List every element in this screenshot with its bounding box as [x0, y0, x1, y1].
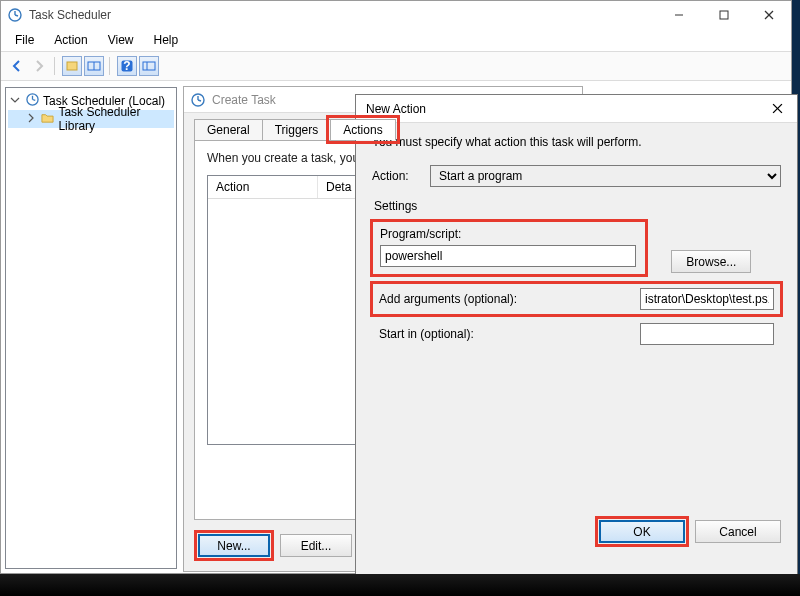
tree-library-label: Task Scheduler Library: [58, 105, 174, 133]
action-label: Action:: [372, 169, 430, 183]
svg-rect-12: [143, 62, 155, 70]
menu-help[interactable]: Help: [146, 31, 187, 49]
menubar: File Action View Help: [1, 29, 791, 52]
forward-button[interactable]: [29, 56, 49, 76]
cancel-button[interactable]: Cancel: [695, 520, 781, 543]
tab-actions[interactable]: Actions: [330, 119, 395, 140]
clock-icon: [26, 93, 39, 109]
browse-button[interactable]: Browse...: [671, 250, 751, 273]
settings-group: Settings Program/script: Browse... Add a…: [374, 197, 779, 355]
ok-button[interactable]: OK: [599, 520, 685, 543]
dialog-title: New Action: [356, 102, 757, 116]
startin-label: Start in (optional):: [379, 327, 474, 341]
arguments-label: Add arguments (optional):: [379, 292, 517, 306]
menu-file[interactable]: File: [7, 31, 42, 49]
close-button[interactable]: [757, 95, 797, 123]
dialog-body: You must specify what action this task w…: [356, 123, 797, 553]
dialog-button-row: New... Edit...: [198, 534, 352, 557]
toolbar-btn-2[interactable]: [84, 56, 104, 76]
action-combo[interactable]: Start a program: [430, 165, 781, 187]
back-button[interactable]: [7, 56, 27, 76]
toolbar-btn-4[interactable]: [139, 56, 159, 76]
menu-action[interactable]: Action: [46, 31, 95, 49]
new-button[interactable]: New...: [198, 534, 270, 557]
svg-rect-4: [720, 11, 728, 19]
separator: [109, 57, 112, 75]
clock-icon: [7, 7, 23, 23]
window-title: Task Scheduler: [29, 8, 656, 22]
instruction-text: You must specify what action this task w…: [372, 135, 781, 149]
tab-triggers[interactable]: Triggers: [262, 119, 332, 140]
titlebar: Task Scheduler: [1, 1, 791, 29]
toolbar: ?: [1, 52, 791, 81]
expand-icon[interactable]: [26, 112, 37, 126]
maximize-button[interactable]: [701, 1, 746, 29]
program-input[interactable]: [380, 245, 636, 267]
col-action[interactable]: Action: [208, 176, 318, 198]
svg-text:?: ?: [123, 59, 130, 73]
startin-input[interactable]: [640, 323, 774, 345]
minimize-button[interactable]: [656, 1, 701, 29]
toolbar-help-button[interactable]: ?: [117, 56, 137, 76]
svg-line-2: [15, 15, 18, 16]
tree-library[interactable]: Task Scheduler Library: [8, 110, 174, 128]
menu-view[interactable]: View: [100, 31, 142, 49]
program-label: Program/script:: [380, 227, 638, 241]
edit-button[interactable]: Edit...: [280, 534, 352, 557]
taskbar[interactable]: [0, 574, 800, 596]
svg-rect-7: [67, 62, 77, 70]
new-action-dialog: New Action You must specify what action …: [355, 94, 798, 594]
svg-line-19: [198, 100, 201, 101]
tree-panel: Task Scheduler (Local) Task Scheduler Li…: [5, 87, 177, 569]
close-button[interactable]: [746, 1, 791, 29]
action-row: Action: Start a program: [372, 165, 781, 187]
settings-legend: Settings: [374, 199, 779, 213]
separator: [54, 57, 57, 75]
toolbar-btn-1[interactable]: [62, 56, 82, 76]
col-details[interactable]: Deta: [318, 176, 360, 198]
expand-icon[interactable]: [10, 94, 22, 108]
tab-general[interactable]: General: [194, 119, 263, 140]
dialog-button-row: OK Cancel: [599, 520, 781, 543]
svg-line-16: [33, 100, 36, 101]
folder-icon: [41, 111, 54, 127]
clock-icon: [190, 92, 206, 108]
titlebar: New Action: [356, 95, 797, 123]
arguments-input[interactable]: [640, 288, 774, 310]
